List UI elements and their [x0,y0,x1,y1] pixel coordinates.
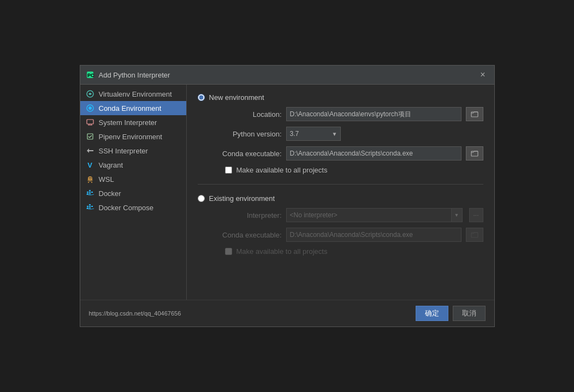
svg-marker-8 [87,149,89,153]
conda-exec-input-new[interactable] [286,146,461,161]
svg-text:PC: PC [87,73,94,78]
svg-rect-25 [89,204,91,205]
sidebar-item-system-label: System Interpreter [99,118,157,127]
sidebar-item-vagrant[interactable]: V Vagrant [80,158,186,172]
python-version-select-wrapper: 3.6 3.7 3.8 3.9 ▼ [286,127,341,141]
svg-point-12 [89,177,90,179]
conda-icon [86,104,94,112]
conda-exec-label-new: Conda executable: [211,150,282,158]
conda-exec-label-existing: Conda executable: [211,231,282,239]
pipenv-icon [86,132,94,141]
vagrant-icon: V [86,161,94,169]
folder-icon-3 [471,231,478,239]
make-available-new-checkbox[interactable] [225,167,232,174]
svg-rect-19 [89,190,91,191]
conda-exec-browse-button-new[interactable] [466,146,483,161]
docker-compose-icon [86,203,94,212]
add-python-interpreter-dialog: PC Add Python Interpreter × Virtualenv E… [80,65,495,327]
svg-rect-24 [89,207,91,209]
conda-exec-field-row-existing: Conda executable: [198,228,483,242]
new-environment-radio[interactable] [198,94,205,101]
svg-rect-16 [91,192,93,193]
location-browse-button[interactable] [466,107,483,121]
svg-point-5 [88,106,92,110]
make-available-existing-row: Make available to all projects [198,247,483,256]
dialog-title: Add Python Interpreter [99,71,477,79]
svg-rect-27 [471,151,478,156]
conda-exec-field-row-new: Conda executable: [198,146,483,161]
make-available-existing-label: Make available to all projects [236,247,328,256]
interpreter-input [286,208,452,222]
sidebar-item-conda[interactable]: Conda Environment [80,101,186,115]
interpreter-dropdown-arrow: ▼ [452,208,463,222]
svg-rect-28 [471,233,478,237]
sidebar-item-vagrant-label: Vagrant [99,161,123,169]
sidebar-item-pipenv-label: Pipenv Environment [99,133,162,141]
conda-exec-browse-button-existing [466,228,483,242]
sidebar: Virtualenv Environment Conda Environment [80,85,187,300]
svg-rect-7 [87,134,93,139]
cancel-button[interactable]: 取消 [453,306,486,321]
sidebar-item-docker-compose[interactable]: Docker Compose [80,200,186,215]
make-available-new-row: Make available to all projects [198,166,483,174]
interpreter-combo-wrapper: ▼ [286,208,463,222]
svg-rect-18 [89,193,91,194]
sidebar-item-pipenv[interactable]: Pipenv Environment [80,129,186,144]
python-version-label: Python version: [211,130,282,138]
existing-environment-section: Existing environment Interpreter: ▼ ··· … [198,194,483,256]
docker-icon [86,189,94,198]
ssh-icon [86,146,94,155]
svg-rect-22 [91,206,93,207]
dialog-footer: https://blog.csdn.net/qq_40467656 确定 取消 [80,300,494,326]
svg-rect-15 [89,192,91,193]
system-icon [86,118,94,127]
svg-rect-9 [89,150,93,151]
sidebar-item-docker-label: Docker [99,189,121,198]
python-version-field-row: Python version: 3.6 3.7 3.8 3.9 ▼ [198,127,483,141]
interpreter-extra-button: ··· [469,208,483,222]
location-field-row: Location: [198,107,483,121]
pycharm-icon: PC [86,70,94,79]
sidebar-item-docker-compose-label: Docker Compose [99,204,153,212]
sidebar-item-docker[interactable]: Docker [80,186,186,200]
python-version-select[interactable]: 3.6 3.7 3.8 3.9 [286,127,341,141]
new-environment-label[interactable]: New environment [209,93,264,102]
sidebar-item-wsl-label: WSL [99,175,114,183]
existing-environment-radio[interactable] [198,195,205,202]
conda-exec-input-existing [286,228,461,242]
svg-rect-21 [89,206,91,207]
new-environment-section: New environment Location: Python ve [198,93,483,174]
interpreter-label: Interpreter: [211,211,282,219]
close-button[interactable]: × [477,69,488,81]
sidebar-item-conda-label: Conda Environment [99,104,162,112]
svg-rect-6 [87,120,93,124]
ok-button[interactable]: 确定 [416,306,448,321]
main-content: New environment Location: Python ve [187,85,494,300]
virtualenv-icon [86,90,94,98]
location-input[interactable] [286,107,461,121]
svg-point-13 [90,177,91,179]
svg-rect-23 [87,207,88,209]
sidebar-item-ssh[interactable]: SSH Interpreter [80,144,186,158]
folder-icon-2 [471,150,478,157]
sidebar-item-virtualenv-label: Virtualenv Environment [99,90,172,98]
folder-icon [471,110,478,118]
new-environment-radio-row: New environment [198,93,483,102]
svg-rect-14 [87,192,88,193]
make-available-new-label[interactable]: Make available to all projects [236,166,328,174]
svg-rect-26 [471,112,478,117]
sidebar-item-ssh-label: SSH Interpreter [99,147,148,155]
section-separator [198,184,483,185]
sidebar-item-wsl[interactable]: WSL [80,172,186,186]
existing-environment-label[interactable]: Existing environment [209,194,275,203]
svg-rect-20 [87,206,88,207]
make-available-existing-checkbox [225,248,232,255]
interpreter-field-row: Interpreter: ▼ ··· [198,208,483,222]
sidebar-item-virtualenv[interactable]: Virtualenv Environment [80,87,186,101]
footer-link: https://blog.csdn.net/qq_40467656 [89,310,181,317]
dialog-body: Virtualenv Environment Conda Environment [80,85,494,300]
location-label: Location: [211,110,282,118]
svg-rect-17 [87,193,88,194]
sidebar-item-system[interactable]: System Interpreter [80,115,186,129]
existing-environment-radio-row: Existing environment [198,194,483,203]
